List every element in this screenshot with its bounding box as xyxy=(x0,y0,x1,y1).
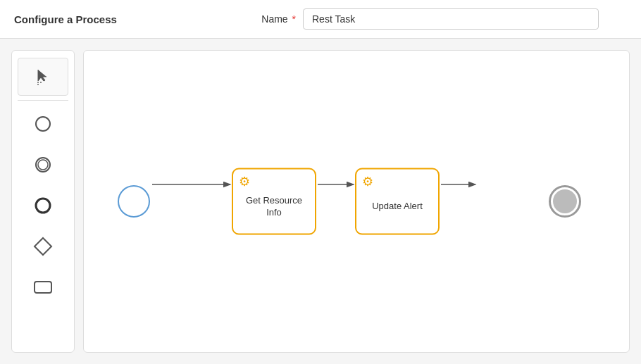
gear-icon-get: ⚙ xyxy=(239,174,250,189)
tool-task[interactable] xyxy=(18,268,68,306)
page-container: Configure a Process Name * xyxy=(0,0,641,364)
required-marker: * xyxy=(292,13,296,25)
page-title: Configure a Process xyxy=(14,13,117,25)
tool-pointer[interactable] xyxy=(18,58,68,96)
process-name-input[interactable] xyxy=(303,8,599,30)
tool-intermediate-event[interactable] xyxy=(18,146,68,184)
process-canvas[interactable]: ⚙ Get Resource Info ⚙ Update Alert xyxy=(83,50,630,353)
svg-point-5 xyxy=(36,199,50,213)
toolbox-panel xyxy=(11,50,75,353)
main-content: ⚙ Get Resource Info ⚙ Update Alert xyxy=(0,39,641,364)
tool-gateway[interactable] xyxy=(18,227,68,265)
toolbox-divider-1 xyxy=(18,100,68,101)
name-label: Name * xyxy=(261,13,296,25)
svg-marker-6 xyxy=(35,238,51,255)
gear-icon-update: ⚙ xyxy=(362,174,373,189)
start-event-node[interactable] xyxy=(118,185,150,218)
svg-point-4 xyxy=(38,160,48,170)
end-event-node[interactable] xyxy=(549,185,581,218)
header: Configure a Process Name * xyxy=(0,0,641,39)
svg-rect-7 xyxy=(35,282,51,293)
end-event-inner-circle xyxy=(553,189,577,213)
task-get-resource[interactable]: ⚙ Get Resource Info xyxy=(232,168,316,235)
tool-start-event[interactable] xyxy=(18,105,68,143)
tool-end-event[interactable] xyxy=(18,187,68,225)
task-update-alert[interactable]: ⚙ Update Alert xyxy=(355,168,440,235)
svg-point-2 xyxy=(36,117,50,131)
task-get-resource-label: Get Resource Info xyxy=(233,194,315,218)
task-update-alert-label: Update Alert xyxy=(366,201,428,213)
